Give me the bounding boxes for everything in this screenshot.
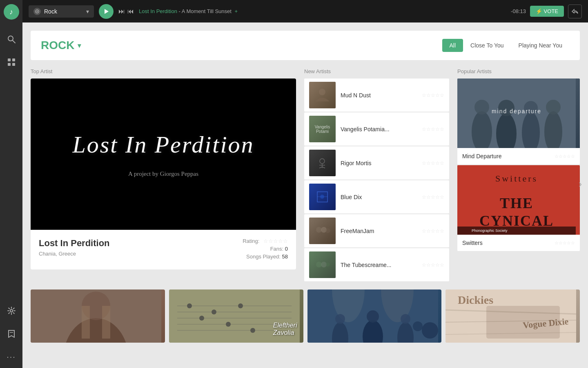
svg-point-29 xyxy=(321,262,327,267)
list-item[interactable]: The Tubescreame... ☆☆☆☆☆ xyxy=(304,248,449,281)
bookmark-icon[interactable] xyxy=(4,326,19,341)
rigor-name: Rigor Mortis xyxy=(341,160,417,166)
share-button[interactable] xyxy=(568,4,582,18)
new-artists-section: New Artists Mud N Dust ☆☆☆☆☆ Van xyxy=(304,68,449,281)
mind-departure-image: mind departure xyxy=(457,79,580,148)
add-song-icon[interactable]: + xyxy=(235,8,238,14)
skip-forward-icon[interactable]: ⏭ xyxy=(118,8,125,15)
popular-artist-card[interactable]: mind departure Mind Departure ☆☆☆☆☆ xyxy=(457,79,580,164)
top-artist-card[interactable]: Lost In Perdition A project by Giorgos P… xyxy=(31,79,296,269)
popular-artists-section-label: Popular Artists xyxy=(457,68,580,74)
svg-text:Dickies: Dickies xyxy=(458,294,493,306)
genre-header-card: ROCK ▾ All Close To You Playing Near You xyxy=(31,31,580,60)
mind-departure-footer: Mind Departure ☆☆☆☆☆ xyxy=(457,148,580,164)
mud-n-dust-name: Mud N Dust xyxy=(341,92,417,99)
mind-departure-svg: mind departure xyxy=(457,79,576,148)
bottom-artist-card-3[interactable] xyxy=(307,289,442,343)
svg-text:mind departure: mind departure xyxy=(492,108,541,114)
search-icon[interactable] xyxy=(4,32,19,47)
vote-button[interactable]: ⚡ VOTE xyxy=(530,6,564,17)
top-artist-image: Lost In Perdition A project by Giorgos P… xyxy=(31,79,296,230)
top-artist-section: Top Artist Lost In Perdition A project b… xyxy=(31,68,296,281)
list-item[interactable]: FreeManJam ☆☆☆☆☆ xyxy=(304,214,449,247)
filter-tab-close-to-you[interactable]: Close To You xyxy=(463,39,511,52)
content-area: ROCK ▾ All Close To You Playing Near You… xyxy=(22,22,588,368)
svg-text:THE: THE xyxy=(500,195,533,211)
svg-marker-10 xyxy=(105,9,109,14)
top-artist-script-name: Lost In Perdition xyxy=(72,131,254,158)
bluedix-thumb-img xyxy=(309,184,336,210)
popular-artists-section: Popular Artists xyxy=(457,68,580,281)
mud-n-dust-thumb-img xyxy=(309,82,336,108)
topbar: Rock ▾ ⏭ ⏮ Lost In Perdition - A Moment … xyxy=(22,0,588,22)
rating-stars: ☆☆☆☆☆ xyxy=(263,238,288,244)
switters-footer: Switters ☆☆☆☆☆ xyxy=(457,235,580,251)
play-button[interactable] xyxy=(99,4,114,19)
new-artists-list: Mud N Dust ☆☆☆☆☆ Vangelis Potami Vangeli… xyxy=(304,79,449,281)
freemanjam-name: FreeManJam xyxy=(341,228,417,234)
svg-point-26 xyxy=(325,228,330,233)
freemanjam-thumb xyxy=(309,218,336,244)
genre-title-chevron: ▾ xyxy=(78,42,81,49)
songs-played-label: Songs Played: xyxy=(246,254,281,260)
sidebar-bottom: ··· xyxy=(4,303,19,364)
bottom-artist-1-svg xyxy=(31,289,161,343)
rating-row: Rating: ☆☆☆☆☆ xyxy=(243,238,288,244)
settings-icon[interactable] xyxy=(4,303,19,318)
genre-selector[interactable]: Rock ▾ xyxy=(29,5,94,18)
tubescreamer-thumb xyxy=(309,251,336,278)
bottom-artist-card-4[interactable]: Dickies Vogue Dixie xyxy=(445,289,580,343)
svg-rect-4 xyxy=(8,63,11,66)
fans-value: 0 xyxy=(285,246,288,252)
songs-played-value: 58 xyxy=(282,254,288,260)
svg-rect-2 xyxy=(8,58,11,61)
filter-tab-playing-near-you[interactable]: Playing Near You xyxy=(511,39,570,52)
mud-n-dust-thumb xyxy=(309,82,336,108)
grid-icon[interactable] xyxy=(4,55,19,70)
songs-played-row: Songs Played: 58 xyxy=(243,254,288,260)
top-artist-subtitle: A project by Giorgos Peppas xyxy=(72,171,254,177)
svg-point-9 xyxy=(37,11,38,12)
list-item[interactable]: Blue Dix ☆☆☆☆☆ xyxy=(304,180,449,213)
bottom-artist-card-2[interactable]: EleftheriZavolia xyxy=(169,289,303,343)
skip-back-icon[interactable]: ⏮ xyxy=(127,8,134,15)
fans-label: Fans: xyxy=(270,246,284,252)
top-artist-stats: Rating: ☆☆☆☆☆ Fans: 0 Songs Played: 58 xyxy=(243,238,288,261)
artists-grid: Top Artist Lost In Perdition A project b… xyxy=(31,68,580,281)
svg-rect-53 xyxy=(31,289,161,343)
vangelis-thumb: Vangelis Potami xyxy=(309,116,336,142)
popular-artist-card-2[interactable]: Switters THE CYNICAL Phonographic Societ… xyxy=(457,165,580,251)
separator: - xyxy=(179,8,182,14)
app-logo[interactable]: ♪ xyxy=(4,4,19,20)
svg-rect-5 xyxy=(12,63,15,66)
now-playing-song: A Moment Till Sunset xyxy=(182,8,232,14)
svg-rect-3 xyxy=(12,58,15,61)
genre-dot xyxy=(33,8,41,15)
tubescreamer-name: The Tubescreame... xyxy=(341,262,417,268)
now-playing: Lost In Perdition - A Moment Till Sunset… xyxy=(139,8,238,14)
mud-n-dust-stars: ☆☆☆☆☆ xyxy=(422,92,444,98)
bottom-artist-card-1[interactable] xyxy=(31,289,165,343)
list-item[interactable]: Rigor Mortis ☆☆☆☆☆ xyxy=(304,146,449,180)
list-item[interactable]: Vangelis Potami Vangelis Potamia... ☆☆☆☆… xyxy=(304,112,449,146)
more-icon[interactable]: ··· xyxy=(4,349,19,364)
right-nav-arrow[interactable]: › xyxy=(579,178,582,190)
main-container: Rock ▾ ⏭ ⏮ Lost In Perdition - A Moment … xyxy=(22,0,588,368)
svg-text:Switters: Switters xyxy=(495,173,538,184)
rating-label: Rating: xyxy=(243,238,259,244)
list-item[interactable]: Mud N Dust ☆☆☆☆☆ xyxy=(304,79,449,112)
bottom-artist-4-svg: Dickies Vogue Dixie xyxy=(445,289,576,343)
topbar-right: -08:13 ⚡ VOTE xyxy=(511,4,582,18)
filter-tabs: All Close To You Playing Near You xyxy=(442,39,570,52)
popular-list: mind departure Mind Departure ☆☆☆☆☆ xyxy=(457,79,580,251)
genre-title[interactable]: ROCK ▾ xyxy=(41,39,81,52)
bottom-artists-row: EleftheriZavolia xyxy=(31,289,580,343)
filter-tab-all[interactable]: All xyxy=(442,39,463,52)
new-artists-section-label: New Artists xyxy=(304,68,449,74)
rigor-thumb-img xyxy=(309,150,336,176)
genre-label: Rock xyxy=(44,8,57,15)
cynical-image: Switters THE CYNICAL Phonographic Societ… xyxy=(457,165,580,235)
genre-title-text: ROCK xyxy=(41,39,74,52)
top-artist-section-label: Top Artist xyxy=(31,68,296,74)
bluedix-stars: ☆☆☆☆☆ xyxy=(422,194,444,200)
